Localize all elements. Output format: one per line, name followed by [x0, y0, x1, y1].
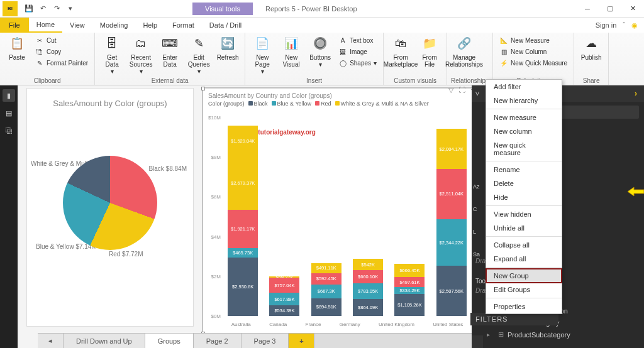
copy-button[interactable]: ⿻Copy	[33, 46, 91, 57]
view-tab[interactable]: View	[62, 18, 92, 33]
bar-united-states: $2,507.56K$2,344.22K$2,511.04K$2,004.17K	[436, 129, 467, 316]
format-tab[interactable]: Format	[165, 18, 202, 33]
qat-dropdown-icon[interactable]: ▾	[64, 3, 77, 15]
ctx-new-measure[interactable]: New measure	[486, 111, 562, 124]
focus-mode-icon[interactable]: ⛶	[458, 86, 465, 94]
page-tabs: ◂ Drill Down and Up Groups Page 2 Page 3…	[38, 333, 472, 348]
svg-marker-0	[628, 187, 644, 196]
collapse-ribbon-icon[interactable]: ˆ	[623, 21, 625, 29]
format-painter-button[interactable]: ✎Format Painter	[33, 58, 91, 68]
publish-button[interactable]: ☁Publish	[578, 34, 604, 62]
signin-link[interactable]: Sign in	[596, 21, 617, 29]
visual-tools-tab[interactable]: Visual tools	[192, 3, 253, 15]
modeling-tab[interactable]: Modeling	[92, 18, 136, 33]
data-view-icon[interactable]: ▤	[3, 107, 15, 119]
new-column-button[interactable]: ▥New Column	[497, 46, 570, 57]
bar-segment: $894.51K	[311, 298, 341, 316]
paste-button[interactable]: 📋Paste	[4, 34, 30, 62]
ctx-new-group[interactable]: New Group	[486, 269, 562, 283]
x-label: Australia	[231, 322, 251, 327]
new-measure-button[interactable]: 📐New Measure	[497, 35, 570, 45]
nav-rail: ▮ ▤ ⿻	[0, 85, 18, 348]
datadrill-tab[interactable]: Data / Drill	[202, 18, 249, 33]
manage-relationships-button[interactable]: 🔗Manage Relationships	[451, 34, 477, 69]
visual-header: ▽ ⛶ ⋯	[448, 86, 472, 94]
ctx-delete[interactable]: Delete	[486, 177, 562, 190]
pie-chart-visual[interactable]: SalesAmount by Color (groups) White & Gr…	[26, 88, 194, 327]
ctx-collapse-all[interactable]: Collapse all	[486, 238, 562, 252]
stacked-bar-chart-visual[interactable]: ▽ ⛶ ⋯ SalesAmount by Country and Color (…	[203, 88, 472, 334]
bar-segment: $592.45K	[311, 273, 341, 285]
new-quick-measure-button[interactable]: ⚡New Quick Measure	[497, 58, 570, 68]
save-icon[interactable]: 💾	[23, 3, 35, 15]
model-view-icon[interactable]: ⿻	[3, 124, 15, 137]
clipboard-group-label: Clipboard	[4, 77, 91, 85]
recent-sources-button[interactable]: 🗂Recent Sources▾	[128, 34, 154, 76]
enter-data-button[interactable]: ⌨Enter Data	[157, 34, 183, 69]
filters-header[interactable]: FILTERS	[470, 313, 558, 325]
close-button[interactable]: ✕	[621, 0, 644, 18]
cut-button[interactable]: ✂Cut	[33, 35, 91, 45]
image-button[interactable]: 🖼Image	[336, 46, 379, 57]
undo-icon[interactable]: ↶	[36, 3, 49, 15]
ctx-new-column[interactable]: New column	[486, 124, 562, 138]
share-group-label: Share	[578, 77, 604, 85]
context-menu: Add filterNew hierarchyNew measureNew co…	[486, 79, 562, 314]
refresh-button[interactable]: 🔄Refresh	[214, 34, 241, 62]
pie-chart	[63, 156, 157, 250]
more-options-icon[interactable]: ⋯	[470, 86, 472, 94]
bar-segment: $660.10K	[353, 270, 383, 283]
maximize-button[interactable]: ▢	[599, 0, 621, 18]
page-tab-page2[interactable]: Page 2	[194, 334, 242, 348]
text-box-button[interactable]: AText box	[336, 35, 379, 45]
help-tab[interactable]: Help	[135, 18, 165, 33]
x-label: Germany	[340, 322, 360, 327]
bar-segment: $667.3K	[311, 285, 341, 298]
page-tab-groups[interactable]: Groups	[145, 334, 194, 348]
get-data-button[interactable]: 🗄Get Data▾	[99, 34, 125, 76]
bar-segment: $2,507.56K	[436, 266, 467, 316]
file-tab[interactable]: File	[0, 18, 29, 33]
report-view-icon[interactable]: ▮	[3, 89, 15, 102]
page-tab-page3[interactable]: Page 3	[242, 334, 289, 348]
shapes-button[interactable]: ◯Shapes▾	[336, 58, 379, 68]
ctx-rename[interactable]: Rename	[486, 163, 562, 177]
bar-segment: $2,344.22K	[436, 219, 467, 266]
new-page-button[interactable]: 📄New Page▾	[249, 34, 275, 76]
quick-access-toolbar: 💾 ↶ ↷ ▾	[20, 3, 79, 15]
minimize-button[interactable]: ─	[576, 0, 599, 18]
ctx-view-hidden[interactable]: View hidden	[486, 207, 562, 221]
new-visual-button[interactable]: 📊New Visual	[278, 34, 304, 69]
custom-visuals-group-label: Custom visuals	[387, 77, 443, 85]
add-page-button[interactable]: +	[289, 334, 314, 348]
home-tab[interactable]: Home	[29, 18, 62, 33]
filter-icon[interactable]: ▽	[448, 86, 453, 94]
ctx-unhide-all[interactable]: Unhide all	[486, 221, 562, 235]
bar-germany: $864.09K$783.05K$660.10K$542K	[353, 259, 383, 316]
redo-icon[interactable]: ↷	[50, 3, 63, 15]
help-icon[interactable]: ◉	[631, 21, 638, 30]
edit-queries-button[interactable]: ✎Edit Queries▾	[186, 34, 212, 76]
ctx-new-quick-measure[interactable]: New quick measure	[486, 138, 562, 160]
ctx-hide[interactable]: Hide	[486, 190, 562, 204]
vis-pane-header[interactable]: V	[472, 85, 483, 102]
bar-segment: $542K	[353, 259, 383, 269]
ctx-edit-groups[interactable]: Edit Groups	[486, 283, 562, 296]
bar-segment: $2,930.6K	[228, 258, 258, 316]
report-canvas[interactable]: SalesAmount by Color (groups) White & Gr…	[18, 85, 472, 348]
ctx-expand-all[interactable]: Expand all	[486, 252, 562, 266]
ribbon: 📋Paste ✂Cut ⿻Copy ✎Format Painter Clipbo…	[0, 33, 644, 85]
ctx-new-hierarchy[interactable]: New hierarchy	[486, 94, 562, 107]
ctx-properties[interactable]: Properties	[486, 300, 562, 313]
table-productsubcategory[interactable]: ▸⊞ProductSubcategory	[483, 329, 644, 340]
from-file-button[interactable]: 📁From File	[416, 34, 443, 69]
from-marketplace-button[interactable]: 🛍From Marketplace	[387, 34, 414, 69]
buttons-button[interactable]: 🔘Buttons▾	[307, 34, 333, 69]
x-label: Canada	[269, 322, 287, 327]
ctx-add-filter[interactable]: Add filter	[486, 80, 562, 94]
page-tab-drill[interactable]: Drill Down and Up	[64, 334, 145, 348]
bar-segment: $491.11K	[311, 263, 341, 273]
page-nav-left[interactable]: ◂	[38, 334, 64, 348]
chevron-right-icon[interactable]: ›	[635, 89, 638, 98]
bar-segment: $2,679.37K	[228, 156, 258, 210]
